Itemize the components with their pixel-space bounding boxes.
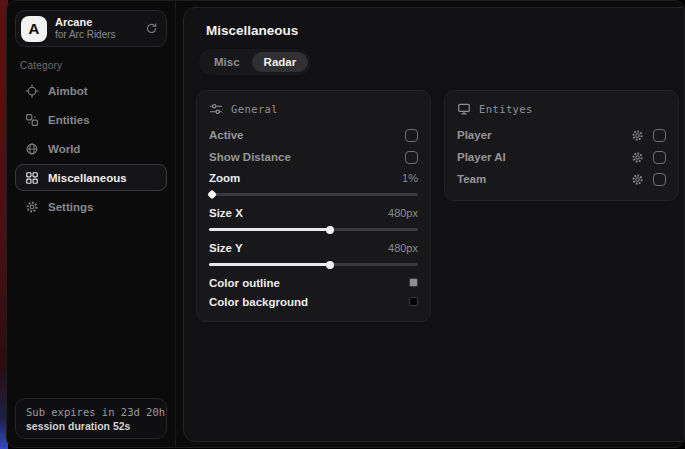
panels-row: General Active Show Distance Zoom 1%: [196, 90, 679, 322]
sidebar-item-label: Miscellaneous: [48, 172, 127, 184]
sidebar-item-entities[interactable]: Entities: [15, 106, 167, 133]
tab-radar[interactable]: Radar: [252, 52, 309, 72]
entities-panel-title: Entityes: [479, 103, 533, 115]
size-x-slider-fill: [209, 228, 330, 231]
crosshair-icon: [25, 84, 39, 98]
sidebar-item-aimbot[interactable]: Aimbot: [15, 77, 167, 104]
general-panel: General Active Show Distance Zoom 1%: [196, 90, 431, 322]
sidebar-item-label: Aimbot: [48, 85, 88, 97]
main-card: Miscellaneous Misc Radar General Active: [183, 7, 685, 442]
team-label: Team: [457, 173, 486, 185]
zoom-slider-thumb[interactable]: [207, 190, 217, 200]
general-panel-title: General: [231, 103, 278, 115]
size-x-row: Size X 480px: [209, 203, 418, 223]
active-checkbox[interactable]: [405, 129, 418, 142]
player-gear-icon[interactable]: [631, 129, 644, 142]
entities-panel-header: Entityes: [457, 102, 666, 116]
show-distance-label: Show Distance: [209, 151, 291, 163]
app-logo: A: [21, 16, 47, 42]
sliders-icon: [209, 102, 223, 116]
session-duration-text: session duration 52s: [26, 420, 156, 432]
color-outline-row: Color outline: [209, 273, 418, 292]
brand-subtitle: for Arc Riders: [55, 29, 137, 41]
size-y-slider-fill: [209, 263, 330, 266]
size-y-row: Size Y 480px: [209, 238, 418, 258]
size-x-slider[interactable]: [209, 224, 418, 234]
brand-card: A Arcane for Arc Riders: [15, 10, 167, 47]
color-outline-label: Color outline: [209, 277, 280, 289]
team-gear-icon[interactable]: [631, 173, 644, 186]
player-ai-label: Player AI: [457, 151, 506, 163]
active-label: Active: [209, 129, 244, 141]
general-panel-header: General: [209, 102, 418, 116]
sidebar-nav: Aimbot Entities World Miscellaneous Sett…: [15, 77, 167, 220]
size-x-value: 480px: [388, 207, 418, 219]
sidebar-item-miscellaneous[interactable]: Miscellaneous: [15, 164, 167, 191]
size-y-slider[interactable]: [209, 259, 418, 269]
sidebar-item-label: Settings: [48, 201, 93, 213]
sync-icon[interactable]: [145, 22, 158, 35]
player-row: Player: [457, 124, 666, 146]
brand-text: Arcane for Arc Riders: [55, 16, 137, 40]
color-background-label: Color background: [209, 296, 308, 308]
size-y-label: Size Y: [209, 242, 243, 254]
category-label: Category: [20, 60, 167, 71]
subscription-card: Sub expires in 23d 20h session duration …: [15, 398, 167, 439]
sidebar-item-settings[interactable]: Settings: [15, 193, 167, 220]
monitor-icon: [457, 102, 471, 116]
color-background-row: Color background: [209, 292, 418, 311]
brand-name: Arcane: [55, 16, 137, 29]
size-x-label: Size X: [209, 207, 243, 219]
page-title: Miscellaneous: [206, 23, 679, 38]
grid-icon: [25, 171, 39, 185]
player-ai-checkbox[interactable]: [653, 151, 666, 164]
color-outline-swatch[interactable]: [409, 278, 418, 287]
globe-icon: [25, 142, 39, 156]
sidebar-item-world[interactable]: World: [15, 135, 167, 162]
zoom-slider-track: [209, 193, 418, 196]
player-label: Player: [457, 129, 492, 141]
sidebar-item-label: World: [48, 143, 80, 155]
color-background-swatch[interactable]: [409, 297, 418, 306]
gear-icon: [25, 200, 39, 214]
size-y-value: 480px: [388, 242, 418, 254]
player-ai-gear-icon[interactable]: [631, 151, 644, 164]
entities-icon: [25, 113, 39, 127]
sidebar-item-label: Entities: [48, 114, 90, 126]
app-window: A Arcane for Arc Riders Category Aimbot …: [6, 0, 685, 448]
team-checkbox[interactable]: [653, 173, 666, 186]
tab-misc[interactable]: Misc: [202, 52, 252, 72]
zoom-slider[interactable]: [209, 189, 418, 199]
zoom-value: 1%: [402, 172, 418, 184]
main-area: Miscellaneous Misc Radar General Active: [176, 1, 685, 447]
sub-expires-text: Sub expires in 23d 20h: [26, 406, 156, 418]
entities-panel: Entityes Player Player AI: [444, 90, 679, 201]
zoom-label: Zoom: [209, 172, 240, 184]
show-distance-checkbox[interactable]: [405, 151, 418, 164]
size-x-slider-thumb[interactable]: [326, 226, 334, 234]
active-row: Active: [209, 124, 418, 146]
zoom-row: Zoom 1%: [209, 168, 418, 188]
player-checkbox[interactable]: [653, 129, 666, 142]
size-y-slider-thumb[interactable]: [326, 261, 334, 269]
tab-bar: Misc Radar: [199, 49, 311, 75]
team-row: Team: [457, 168, 666, 190]
player-ai-row: Player AI: [457, 146, 666, 168]
show-distance-row: Show Distance: [209, 146, 418, 168]
sidebar: A Arcane for Arc Riders Category Aimbot …: [7, 1, 176, 447]
